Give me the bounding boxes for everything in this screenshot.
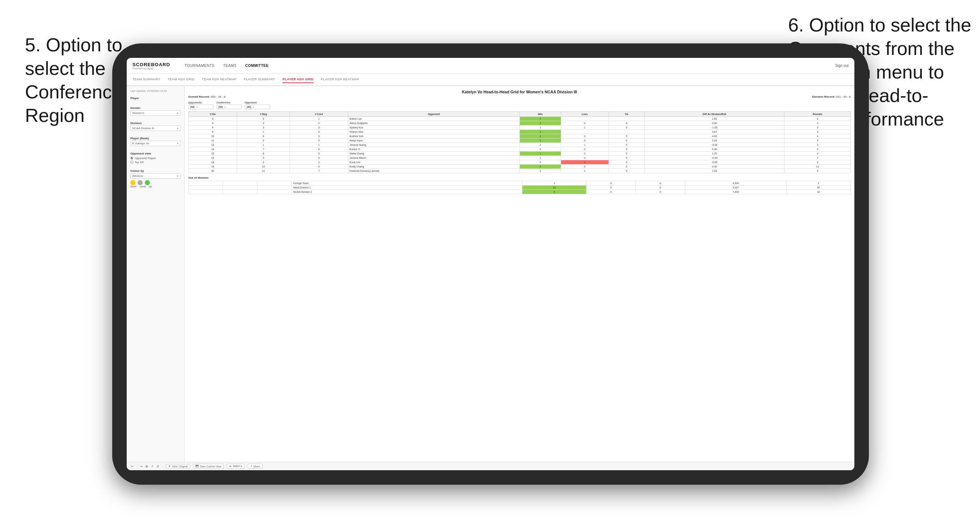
cell-win: 1 (520, 152, 561, 156)
cell-tie: 0 (609, 169, 644, 173)
cell-loss: 1 (561, 169, 609, 173)
toolbar-redo[interactable]: ↪ (140, 465, 143, 468)
top-nav: SCOREBOARD Powered by clippd TOURNAMENTS… (127, 58, 854, 74)
cell-conf: 2 (290, 121, 348, 125)
cell-conf: 4 (290, 147, 348, 152)
table-row: 18 2 2 Euna Lee 0 2 0 -5.00 2 (189, 160, 851, 165)
sidebar-gender-section: Gender Women's (130, 106, 181, 116)
toolbar-share[interactable]: ↗ Share (248, 464, 263, 469)
bottom-toolbar: ↩ | ↪ ⊞ ↗ ⏱ | 👁 View: Original 💾 Save Cu… (127, 462, 854, 470)
cell-opponent: Stella Cheng (348, 152, 520, 156)
cell-div: 19 (189, 165, 237, 169)
radio-top100[interactable]: Top 100 (130, 160, 181, 163)
out-of-division-header: Out of division (188, 176, 851, 179)
nav-sign-out[interactable]: Sign out (835, 63, 849, 68)
cell-diff: 1.33 (644, 169, 784, 173)
radio-opponents-played[interactable]: Opponents Played (130, 157, 181, 160)
cell-reg (223, 190, 257, 194)
subnav-player-summary[interactable]: PLAYER SUMMARY (243, 76, 275, 83)
toolbar-undo[interactable]: ↩ (131, 465, 134, 468)
cell-loss: 0 (561, 134, 609, 138)
colour-labels: Down Level Up (130, 185, 181, 188)
cell-opponent: Foreign Team (291, 181, 522, 186)
cell-conf: 7 (290, 169, 348, 173)
cell-tie: 0 (609, 125, 644, 130)
filter-conference-label: Conference (216, 101, 242, 104)
sidebar-player-rank-section: Player (Rank) 8. Katelyn Vo (130, 137, 181, 146)
subnav-team-h2h-grid[interactable]: TEAM H2H GRID (168, 76, 194, 83)
nav-item-tournaments[interactable]: TOURNAMENTS (185, 63, 215, 68)
report-title: Katelyn Vo Head-to-Head Grid for Women's… (188, 90, 851, 94)
cell-diff: -5.00 (644, 160, 784, 165)
cell-reg: 6 (237, 134, 290, 138)
subnav-player-h2h-heatmap[interactable]: PLAYER H2H HEATMAP (321, 76, 359, 83)
sidebar-colour-section: Colour by Win/loss Down Level Up (130, 169, 181, 188)
subnav-player-h2h-grid[interactable]: PLAYER H2H GRID (282, 76, 313, 83)
filter-opponents-select[interactable]: (All) (188, 105, 213, 109)
cell-loss (561, 130, 609, 134)
filter-conference-select[interactable]: (All) (216, 105, 242, 109)
th-loss: Loss (561, 112, 609, 117)
filter-opponent-select[interactable]: (All) (245, 105, 270, 109)
filter-opponents-group: Opponents: (All) (188, 101, 213, 109)
ood-table-row: NAIA Division 1 15 0 0 9.267 30 (189, 186, 851, 190)
cell-reg: 8 (237, 152, 290, 156)
sidebar-colour-label: Colour by (130, 169, 181, 173)
cell-loss: 2 (561, 147, 609, 152)
sidebar-colour-select[interactable]: Win/loss (130, 173, 181, 179)
cell-opponent: Jessica Mason (348, 156, 520, 160)
toolbar-sep1: | (137, 465, 137, 468)
toolbar-view-original[interactable]: 👁 View: Original (166, 464, 190, 469)
cell-opponent: Esther Lee (348, 117, 520, 121)
cell-loss: 2 (561, 156, 609, 160)
cell-conf: 5 (290, 152, 348, 156)
cell-diff: -0.94 (644, 156, 784, 160)
cell-reg (223, 181, 257, 186)
cell-win: 1 (520, 138, 561, 143)
nav-item-committee[interactable]: COMMITTEE (245, 63, 269, 68)
cell-rounds: 6 (784, 169, 851, 173)
radio-label-top100: Top 100 (135, 161, 144, 163)
cell-win: 2 (520, 134, 561, 138)
sidebar-division-select[interactable]: NCAA Division III (130, 125, 181, 131)
cell-tie: 0 (609, 147, 644, 152)
cell-loss: 0 (587, 181, 636, 186)
out-of-division-table: Foreign Team 1 0 0 4.500 2 NAIA Division… (188, 181, 851, 194)
cell-div: 16 (189, 156, 237, 160)
cell-loss: 0 (561, 152, 609, 156)
cell-loss: 0 (561, 165, 609, 169)
cell-div: 15 (189, 152, 237, 156)
ood-table-row: NCAA Division 2 5 0 0 7.400 10 (189, 190, 851, 194)
sidebar-player-rank-select[interactable]: 8. Katelyn Vo (130, 141, 181, 146)
cell-tie: 0 (609, 143, 644, 147)
h2h-table: # Div # Reg # Conf Opponent Win Loss Tie… (188, 111, 851, 173)
cell-div: 14 (189, 147, 237, 152)
toolbar-icon1[interactable]: ⊞ (146, 465, 148, 468)
cell-opponent: Sydney Kuo (348, 125, 520, 130)
cell-diff: -3.00 (644, 143, 784, 147)
sidebar-opponent-view-section: Opponent view Opponents Played Top 100 (130, 152, 181, 163)
cell-tie: 0 (609, 134, 644, 138)
sidebar-player-rank-label: Player (Rank) (130, 137, 181, 140)
cell-conf: 3 (290, 134, 348, 138)
overall-record-label: Overall Record: (188, 95, 210, 98)
table-row: 19 10 6 Emily Chang 4 0 0 0.30 11 (189, 165, 851, 169)
filter-row: Opponents: (All) Conference (All) Oppone… (188, 101, 851, 109)
colour-up (145, 180, 150, 185)
nav-item-teams[interactable]: TEAMS (223, 63, 236, 68)
sidebar-gender-select[interactable]: Women's (130, 110, 181, 116)
toolbar-icon2[interactable]: ↗ (151, 465, 153, 468)
colour-level-label: Level (140, 185, 146, 188)
subnav-team-summary[interactable]: TEAM SUMMARY (132, 76, 161, 83)
cell-diff: 4.500 (685, 181, 786, 186)
toolbar-watch[interactable]: 👁 Watch ▾ (227, 464, 245, 469)
cell-reg: 3 (237, 117, 290, 121)
toolbar-save-custom[interactable]: 💾 Save Custom View (193, 464, 224, 469)
cell-tie: 0 (636, 186, 685, 190)
subnav-team-h2h-heatmap[interactable]: TEAM H2H HEATMAP (202, 76, 236, 83)
cell-rounds: 3 (784, 130, 851, 134)
division-record-value: 331 - 34 - 6 (836, 95, 851, 98)
cell-diff: 0.38 (644, 147, 784, 152)
toolbar-icon3[interactable]: ⏱ (156, 465, 159, 468)
sidebar-division-label: Division (130, 122, 181, 125)
